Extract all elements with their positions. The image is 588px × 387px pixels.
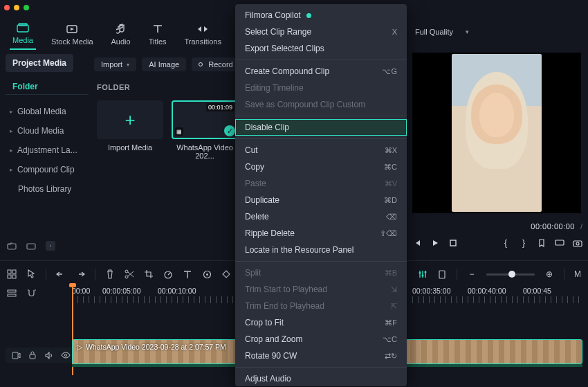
label: Duplicate	[245, 195, 279, 205]
zoom-dot[interactable]	[24, 5, 29, 10]
svg-rect-12	[12, 275, 16, 278]
tab-media[interactable]: Media	[10, 22, 36, 50]
timeline-ruler-left[interactable]: 00:00 00:00:05:00 00:00:10:00	[72, 287, 237, 306]
arrange-icon[interactable]	[7, 269, 17, 279]
zoom-slider[interactable]	[486, 273, 535, 276]
label: Filmora Copilot	[245, 10, 301, 20]
step-back-button[interactable]	[412, 238, 422, 248]
timeline-ruler-right[interactable]: 00:00:35:00 00:00:40:00 00:00:45	[412, 287, 584, 306]
media-clip-tile[interactable]: 00:01:09 ▦ ✓ WhatsApp Video 202...	[172, 100, 238, 160]
menu-delete[interactable]: Delete⌫	[235, 208, 407, 225]
menu-disable-clip[interactable]: Disable Clip	[235, 119, 407, 136]
menu-crop-fit[interactable]: Crop to Fit⌘F	[235, 314, 407, 331]
menu-adjust-audio[interactable]: Adjust Audio	[235, 370, 407, 386]
sidebar-item-label: Adjustment La...	[17, 145, 77, 155]
sidebar-item-global[interactable]: ▸Global Media	[6, 102, 89, 121]
menu-trim-start: Trim Start to Playhead⇲	[235, 281, 407, 298]
window-controls[interactable]	[4, 3, 29, 12]
m-label[interactable]: M	[574, 269, 581, 279]
collapse-sidebar-button[interactable]: ‹	[46, 241, 55, 251]
ruler-mark: 00:00:45	[523, 287, 567, 295]
menu-crop-zoom[interactable]: Crop and Zoom⌥C	[235, 331, 407, 348]
visibility-icon[interactable]	[61, 350, 71, 360]
crop-button[interactable]	[144, 269, 154, 279]
lock-icon[interactable]	[28, 350, 37, 360]
undo-button[interactable]	[56, 269, 66, 279]
mute-icon[interactable]	[44, 350, 54, 360]
menu-create-compound[interactable]: Create Compound Clip⌥G	[235, 63, 407, 80]
mixer-icon[interactable]	[418, 269, 428, 279]
split-button[interactable]	[125, 269, 134, 279]
preview-time-readout: 00:00:00:00 /	[412, 220, 582, 233]
chevron-down-icon: ▾	[466, 28, 469, 35]
ai-image-button[interactable]: AI Image	[142, 57, 186, 71]
sidebar-item-cloud[interactable]: ▸Cloud Media	[6, 121, 89, 141]
current-timecode: 00:00:00:00	[531, 222, 575, 231]
layers-icon[interactable]	[7, 288, 17, 298]
tab-audio[interactable]: Audio	[109, 24, 134, 50]
sidebar-item-adjustment[interactable]: ▸Adjustment La...	[6, 141, 89, 160]
menu-export-selected[interactable]: Export Selected Clips	[235, 40, 407, 57]
speed-button[interactable]	[163, 269, 173, 279]
import-dropdown[interactable]: Import▾	[94, 57, 136, 71]
new-folder-icon[interactable]	[7, 241, 17, 251]
menu-duplicate[interactable]: Duplicate⌘D	[235, 192, 407, 208]
menu-select-range[interactable]: Select Clip RangeX	[235, 24, 407, 40]
import-media-tile[interactable]: + Import Media	[97, 100, 163, 160]
media-icon	[17, 22, 29, 33]
shortcut: ⌘F	[385, 318, 397, 327]
marker-add-icon[interactable]	[437, 269, 447, 279]
redo-button[interactable]	[75, 269, 85, 279]
preview-monitor[interactable]	[412, 53, 581, 213]
label: Crop and Zoom	[245, 334, 302, 344]
brace-close-icon[interactable]: }	[519, 238, 529, 248]
stop-button[interactable]	[448, 238, 458, 248]
sidebar-item-photos[interactable]: Photos Library	[6, 179, 89, 199]
brace-open-icon[interactable]: {	[501, 238, 511, 248]
menu-copilot[interactable]: Filmora Copilot	[235, 7, 407, 24]
color-button[interactable]	[202, 269, 212, 279]
minimize-dot[interactable]	[14, 5, 19, 10]
tab-transitions[interactable]: Transitions	[182, 24, 224, 50]
stock-icon	[66, 24, 78, 35]
video-track-icon[interactable]	[11, 350, 21, 360]
marker-icon[interactable]	[537, 238, 546, 248]
slider-thumb[interactable]	[508, 271, 515, 278]
clip-duration: 00:01:09	[206, 103, 235, 111]
preview-quality-dropdown[interactable]: Full Quality ▾	[415, 28, 469, 36]
chevron-right-icon: ▸	[10, 147, 13, 154]
menu-ripple-delete[interactable]: Ripple Delete⇧⌫	[235, 225, 407, 242]
menu-cut[interactable]: Cut⌘X	[235, 142, 407, 159]
display-icon[interactable]	[555, 238, 564, 248]
svg-point-26	[64, 354, 66, 356]
shortcut: ⇱	[391, 302, 397, 311]
svg-rect-22	[8, 290, 16, 292]
folder-caption[interactable]: Folder	[6, 79, 89, 95]
snapshot-icon[interactable]	[573, 238, 582, 248]
label: Split	[245, 268, 261, 278]
menu-copy[interactable]: Copy⌘C	[235, 159, 407, 175]
svg-rect-7	[573, 241, 582, 246]
project-media-button[interactable]: Project Media	[6, 54, 73, 72]
shortcut: X	[392, 28, 397, 36]
ruler-mark: 00:00	[72, 287, 102, 295]
folder-icon[interactable]	[26, 241, 36, 251]
tab-titles[interactable]: Titles	[146, 24, 169, 50]
menu-rotate[interactable]: Rotate 90 CW⇄↻	[235, 348, 407, 364]
sidebar-item-compound[interactable]: ▸Compound Clip	[6, 160, 89, 179]
copilot-badge-icon	[306, 13, 311, 18]
zoom-out-button[interactable]: −	[467, 269, 477, 279]
menu-locate[interactable]: Locate in the Resource Panel	[235, 242, 407, 258]
transitions-icon	[196, 24, 209, 35]
zoom-in-button[interactable]: ⊕	[544, 269, 554, 279]
tab-stock-media[interactable]: Stock Media	[48, 24, 96, 50]
text-button[interactable]	[183, 269, 192, 279]
cursor-icon[interactable]	[26, 269, 36, 279]
magnet-icon[interactable]	[26, 288, 36, 298]
chevron-right-icon: ▸	[10, 166, 13, 173]
label: Locate in the Resource Panel	[245, 245, 353, 255]
play-button[interactable]	[430, 238, 440, 248]
delete-button[interactable]	[105, 269, 115, 279]
close-dot[interactable]	[4, 5, 10, 10]
keyframe-button[interactable]	[221, 269, 231, 279]
